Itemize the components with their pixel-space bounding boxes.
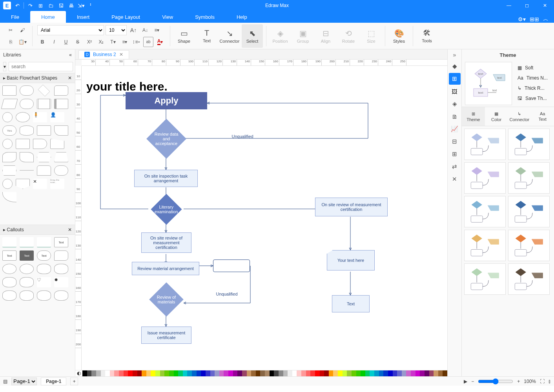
color-swatch[interactable] [425,370,429,376]
callout-think1[interactable] [2,264,16,274]
zoom-slider[interactable] [478,378,513,385]
shape-callout[interactable] [54,85,68,96]
shape-actor[interactable]: 🧍 [33,112,47,122]
color-swatch[interactable] [352,370,356,376]
color-swatch[interactable] [160,370,165,376]
bullets-icon[interactable]: ⫶≡▾ [131,37,142,47]
color-swatch[interactable] [361,370,365,376]
mode-theme[interactable]: ⊞Theme [462,107,485,126]
color-swatch[interactable] [301,370,306,376]
shape-tab-rect[interactable] [37,165,51,176]
nofill-icon[interactable]: ◐ [75,370,82,376]
color-swatch[interactable] [228,370,233,376]
color-swatch[interactable] [142,370,146,376]
tab-file[interactable]: File [0,11,30,23]
shape-ellipse[interactable] [16,112,30,122]
shape-wave1[interactable] [2,152,16,162]
qat-more-icon[interactable]: ⠃ [87,2,95,9]
close-cat-icon[interactable]: ✕ [68,75,72,81]
node-apply[interactable]: Apply [126,92,207,109]
callout-ex3[interactable] [37,290,51,301]
category-basic-flowchart[interactable]: Basic Flowchart Shapes [7,75,57,81]
color-swatch[interactable] [411,370,416,376]
color-swatch[interactable] [174,370,179,376]
shape-pentagon[interactable] [16,179,30,189]
node-literary[interactable]: Literary examination [151,194,182,225]
font-family-select[interactable]: Arial [37,25,104,35]
color-swatch-bar[interactable]: ◐ [75,370,447,376]
lib-menu-icon[interactable]: ▾ [3,62,6,71]
shuffle-tool-icon[interactable]: ✕ [449,173,461,185]
shape-decision[interactable] [38,85,50,97]
decrease-font-icon[interactable]: A↓ [140,25,150,35]
text-button[interactable]: TText [196,24,217,48]
color-swatch[interactable] [101,370,106,376]
increase-font-icon[interactable]: A↑ [128,25,138,35]
text-direction-icon[interactable]: T▾ [108,37,118,47]
open-icon[interactable]: 🗀 [47,2,55,9]
callout-line2[interactable] [20,237,34,247]
italic-icon[interactable]: I [49,37,59,47]
color-swatch[interactable] [388,370,393,376]
color-swatch[interactable] [197,370,201,376]
tab-insert[interactable]: Insert [66,11,101,23]
color-swatch[interactable] [434,370,438,376]
color-swatch[interactable] [283,370,288,376]
callout-burst[interactable]: ✸ [54,277,68,287]
color-swatch[interactable] [256,370,261,376]
document-tab[interactable]: D Business 2 ✕ [78,50,129,59]
color-swatch[interactable] [96,370,101,376]
shape-line[interactable] [20,170,34,171]
app-logo-icon[interactable]: E [3,2,11,9]
callout-ex4[interactable] [54,290,68,301]
color-swatch[interactable] [237,370,242,376]
callout-ex2[interactable] [20,290,34,301]
shape-trapezoid[interactable] [54,152,68,162]
arrange-tool-icon[interactable]: ⇄ [449,161,461,172]
color-swatch[interactable] [338,370,343,376]
opt-times[interactable]: AaTimes N... [516,74,549,82]
color-swatch[interactable] [192,370,197,376]
color-swatch[interactable] [201,370,206,376]
shape-pill2[interactable] [54,165,68,176]
shape-card[interactable] [54,99,68,109]
tab-symbols[interactable]: Symbols [184,11,226,23]
maximize-icon[interactable]: ◻ [518,0,536,11]
chart-tool-icon[interactable]: 📈 [449,123,461,135]
mode-text[interactable]: AaText [531,107,554,126]
canvas-title[interactable]: your title here. [85,80,242,94]
paste-icon[interactable]: 📋▾ [17,37,27,47]
callout-cloud4[interactable] [20,277,34,287]
color-swatch[interactable] [288,370,292,376]
shape-subprocess[interactable] [37,99,51,109]
callout-line3[interactable] [37,237,51,247]
export-icon[interactable]: ⇲▾ [77,2,85,9]
color-swatch[interactable] [270,370,274,376]
color-swatch[interactable] [329,370,333,376]
color-swatch[interactable] [374,370,379,376]
color-swatch[interactable] [206,370,210,376]
color-swatch[interactable] [224,370,228,376]
shape-prep[interactable] [2,165,16,176]
shape-data[interactable] [1,99,18,109]
color-swatch[interactable] [324,370,329,376]
collapse-lib-icon[interactable]: « [69,52,72,58]
shape-yes[interactable]: Yes [2,125,16,136]
mode-connector[interactable]: ↳Connector [508,107,531,126]
callout-rect2[interactable]: Text [20,250,34,261]
node-bubble[interactable] [213,260,250,272]
color-swatch[interactable] [178,370,183,376]
minimize-icon[interactable]: — [500,0,518,11]
node-review-data[interactable]: Review data and acceptance [146,119,186,159]
fit-width-icon[interactable]: ⫿ [549,379,551,384]
node-onsite-review[interactable]: On site review of measurement certificat… [141,232,191,253]
color-swatch[interactable] [402,370,406,376]
shape-note[interactable]: Drag the note.. [50,179,64,189]
image-tool-icon[interactable]: 🖼 [449,85,461,97]
color-swatch[interactable] [379,370,384,376]
color-swatch[interactable] [297,370,301,376]
shape-manual[interactable] [50,139,64,149]
callout-cloud1[interactable] [37,264,51,274]
page-tool-icon[interactable]: 🗎 [449,111,461,122]
shape-hexagon[interactable] [37,152,51,162]
